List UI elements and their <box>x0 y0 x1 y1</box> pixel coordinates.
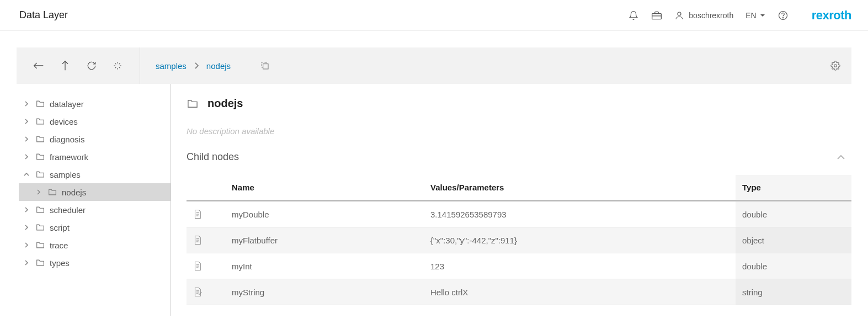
toolbox-icon[interactable] <box>651 10 662 21</box>
tree-label: framework <box>50 152 88 162</box>
file-icon <box>187 253 225 279</box>
tree-label: datalayer <box>50 99 84 109</box>
reload-icon[interactable] <box>86 60 97 71</box>
crumb-samples[interactable]: samples <box>156 61 187 71</box>
topbar: Data Layer boschrexroth EN rexroth <box>0 0 868 31</box>
cell-name: myDouble <box>225 201 424 227</box>
tree-label: script <box>50 223 70 232</box>
tree-item-framework[interactable]: framework <box>19 148 171 166</box>
user-menu[interactable]: boschrexroth <box>674 10 733 20</box>
brand-logo: rexroth <box>812 8 851 23</box>
caret-icon[interactable] <box>22 100 31 107</box>
file-icon <box>187 279 225 305</box>
chevron-right-icon <box>194 62 199 69</box>
folder-icon <box>47 188 57 196</box>
section-title: Child nodes <box>187 151 837 163</box>
folder-icon <box>35 171 45 178</box>
caret-icon[interactable] <box>22 242 31 248</box>
tree-item-types[interactable]: types <box>19 254 171 272</box>
folder-icon <box>187 99 199 109</box>
tree-label: samples <box>50 170 81 179</box>
caret-icon[interactable] <box>22 153 31 160</box>
caret-icon[interactable] <box>22 136 31 142</box>
breadcrumb: samples nodejs <box>140 61 269 71</box>
tree-item-datalayer[interactable]: datalayer <box>19 95 171 113</box>
tree-label: types <box>50 258 70 268</box>
folder-icon <box>35 206 45 214</box>
svg-point-3 <box>782 17 783 18</box>
center-icon[interactable] <box>112 60 123 71</box>
page-title: Data Layer <box>19 9 68 21</box>
cell-value: {"x":30,"y":-442,"z":911} <box>424 227 736 253</box>
tree-item-samples[interactable]: samples <box>19 166 171 183</box>
tree-item-diagnosis[interactable]: diagnosis <box>19 130 171 148</box>
language-label: EN <box>745 11 756 20</box>
cell-value: 3.141592653589793 <box>424 201 736 227</box>
up-icon[interactable] <box>60 60 71 71</box>
cell-type: object <box>736 227 851 253</box>
tree: datalayerdevicesdiagnosisframeworksample… <box>17 84 171 316</box>
tree-label: trace <box>50 241 68 250</box>
folder-icon <box>35 153 45 161</box>
tree-label: nodejs <box>62 188 86 197</box>
folder-icon <box>35 118 45 125</box>
content: nodejs No description available Child no… <box>171 84 851 316</box>
cell-name: myString <box>225 279 424 305</box>
back-icon[interactable] <box>33 60 44 71</box>
description: No description available <box>187 126 851 136</box>
tree-item-script[interactable]: script <box>19 219 171 236</box>
svg-rect-4 <box>263 64 268 69</box>
svg-point-1 <box>678 12 681 15</box>
caret-icon[interactable] <box>22 171 31 178</box>
caret-icon[interactable] <box>22 224 31 231</box>
folder-icon <box>35 241 45 249</box>
folder-icon <box>35 100 45 108</box>
tree-item-scheduler[interactable]: scheduler <box>19 201 171 219</box>
tree-item-nodejs[interactable]: nodejs <box>19 183 171 201</box>
chevron-down-icon <box>760 13 765 18</box>
cell-type: string <box>736 279 851 305</box>
folder-icon <box>35 259 45 267</box>
cell-name: myFlatbuffer <box>225 227 424 253</box>
col-value: Values/Parameters <box>424 175 736 201</box>
cell-type: double <box>736 201 851 227</box>
tree-label: scheduler <box>50 205 86 215</box>
table-row[interactable]: myStringHello ctrlXstring <box>187 279 851 305</box>
caret-icon[interactable] <box>22 206 31 213</box>
help-icon[interactable] <box>778 10 789 21</box>
col-name: Name <box>225 175 424 201</box>
gear-icon[interactable] <box>830 61 851 71</box>
chevron-up-icon[interactable] <box>837 155 851 160</box>
table-row[interactable]: myFlatbuffer{"x":30,"y":-442,"z":911}obj… <box>187 227 851 253</box>
language-selector[interactable]: EN <box>745 11 765 20</box>
caret-icon[interactable] <box>22 118 31 125</box>
tree-label: devices <box>50 117 78 126</box>
file-icon <box>187 227 225 253</box>
table-row[interactable]: myDouble3.141592653589793double <box>187 201 851 227</box>
svg-rect-0 <box>652 13 662 19</box>
bell-icon[interactable] <box>628 10 639 21</box>
svg-point-5 <box>834 65 837 67</box>
file-icon <box>187 201 225 227</box>
content-title: nodejs <box>207 97 243 110</box>
folder-icon <box>35 224 45 231</box>
caret-icon[interactable] <box>22 259 31 266</box>
new-window-icon[interactable] <box>260 61 269 70</box>
cell-name: myInt <box>225 253 424 279</box>
tree-item-devices[interactable]: devices <box>19 113 171 130</box>
crumb-nodejs[interactable]: nodejs <box>206 61 231 71</box>
toolbar: samples nodejs <box>17 47 851 84</box>
child-nodes-table: Name Values/Parameters Type myDouble3.14… <box>187 175 851 305</box>
folder-icon <box>35 135 45 143</box>
tree-label: diagnosis <box>50 135 84 144</box>
cell-value: 123 <box>424 253 736 279</box>
table-row[interactable]: myInt123double <box>187 253 851 279</box>
cell-value: Hello ctrlX <box>424 279 736 305</box>
cell-type: double <box>736 253 851 279</box>
tree-item-trace[interactable]: trace <box>19 236 171 254</box>
username: boschrexroth <box>689 11 733 20</box>
caret-icon[interactable] <box>34 189 43 195</box>
col-type: Type <box>736 175 851 201</box>
